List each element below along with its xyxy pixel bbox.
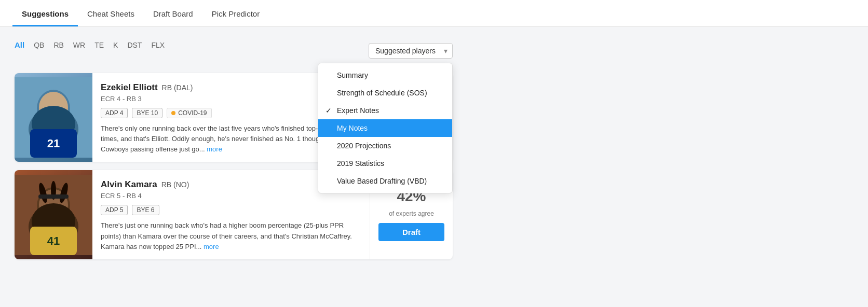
player-ecr-alvin: ECR 5 - RB 4 [101, 192, 361, 200]
player-desc-alvin: There's just one running back who's had … [101, 220, 361, 252]
dropdown-item-2020-projections[interactable]: 2020 Projections [318, 137, 452, 155]
covid-label-ezekiel: COVID-19 [178, 109, 207, 117]
player-tags-alvin: ADP 5 BYE 6 [101, 205, 361, 215]
tag-adp-ezekiel: ADP 4 [101, 108, 128, 118]
more-link-ezekiel[interactable]: more [207, 145, 222, 153]
dropdown-item-my-notes[interactable]: My Notes [318, 119, 452, 137]
pos-btn-wr[interactable]: WR [73, 40, 85, 50]
tag-adp-alvin: ADP 5 [101, 205, 128, 215]
tag-bye-alvin: BYE 6 [132, 205, 159, 215]
svg-text:21: 21 [47, 137, 60, 150]
position-filter: All QB RB WR TE K DST FLX [15, 39, 165, 50]
main-content: All QB RB WR TE K DST FLX Suggested play… [0, 27, 467, 280]
tag-covid-ezekiel: COVID-19 [167, 108, 211, 118]
player-name-ezekiel: Ezekiel Elliott [101, 82, 158, 93]
suggested-players-select[interactable]: Suggested players [369, 43, 453, 59]
player-pos-alvin: RB (NO) [161, 180, 189, 189]
pos-btn-dst[interactable]: DST [127, 40, 142, 50]
dropdown-item-2019-statistics[interactable]: 2019 Statistics [318, 155, 452, 172]
nav-item-pick-predictor[interactable]: Pick Predictor [202, 3, 269, 26]
player-photo-ezekiel: 21 [15, 73, 92, 162]
dropdown-item-sos[interactable]: Strength of Schedule (SOS) [318, 84, 452, 102]
dropdown-area: Suggested players Summary Strength of Sc… [369, 43, 453, 59]
pos-btn-qb[interactable]: QB [34, 40, 44, 50]
pos-btn-all[interactable]: All [15, 39, 24, 50]
covid-dot-ezekiel [171, 111, 175, 115]
nav-bar: Suggestions Cheat Sheets Draft Board Pic… [0, 0, 868, 27]
svg-text:41: 41 [47, 234, 60, 247]
experts-label-alvin: of experts agree [389, 210, 434, 218]
player-pos-ezekiel: RB (DAL) [162, 83, 193, 92]
nav-item-draft-board[interactable]: Draft Board [144, 3, 202, 26]
player-photo-alvin: 41 [15, 170, 92, 259]
pos-btn-rb[interactable]: RB [53, 40, 63, 50]
dropdown-item-expert-notes[interactable]: Expert Notes [318, 102, 452, 119]
more-link-alvin[interactable]: more [204, 243, 219, 250]
pos-btn-k[interactable]: K [113, 40, 118, 50]
player-name-alvin: Alvin Kamara [101, 179, 157, 190]
suggested-players-dropdown-wrapper[interactable]: Suggested players [369, 43, 453, 59]
dropdown-item-vbd[interactable]: Value Based Drafting (VBD) [318, 172, 452, 190]
draft-btn-alvin[interactable]: Draft [378, 223, 444, 241]
pos-btn-flx[interactable]: FLX [151, 40, 165, 50]
nav-item-suggestions[interactable]: Suggestions [12, 3, 78, 26]
pos-btn-te[interactable]: TE [94, 40, 104, 50]
dropdown-menu: Summary Strength of Schedule (SOS) Exper… [318, 63, 453, 193]
dropdown-item-summary[interactable]: Summary [318, 66, 452, 84]
tag-bye-ezekiel: BYE 10 [132, 108, 162, 118]
nav-item-cheat-sheets[interactable]: Cheat Sheets [78, 3, 144, 26]
svg-rect-15 [38, 194, 69, 199]
